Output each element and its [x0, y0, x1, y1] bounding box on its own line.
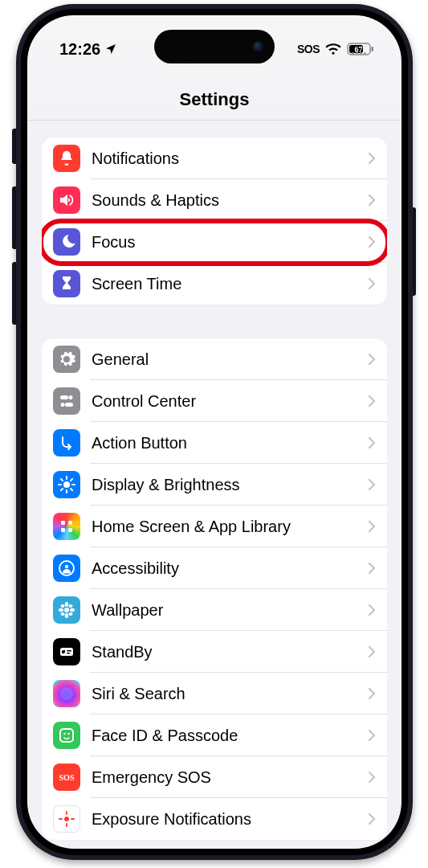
chevron-right-icon — [368, 520, 376, 533]
settings-row-label: Notifications — [92, 149, 368, 168]
settings-row-standby[interactable]: StandBy — [42, 631, 387, 673]
chevron-right-icon — [368, 813, 376, 825]
svg-rect-19 — [61, 528, 65, 532]
phone-frame: 12:26 SOS — [16, 4, 413, 860]
svg-point-22 — [65, 565, 68, 568]
sos-icon: SOS — [53, 764, 80, 791]
chevron-right-icon — [368, 729, 376, 742]
svg-point-28 — [61, 604, 65, 608]
svg-point-5 — [69, 395, 73, 399]
settings-row-siri[interactable]: Siri & Search — [42, 673, 387, 714]
svg-point-8 — [63, 481, 70, 488]
svg-rect-1 — [372, 47, 374, 51]
siri-icon — [53, 680, 80, 707]
settings-row-label: Siri & Search — [92, 685, 368, 703]
svg-point-27 — [70, 608, 75, 612]
status-time: 12:26 — [59, 40, 100, 59]
svg-point-39 — [67, 733, 69, 735]
svg-line-13 — [61, 479, 63, 481]
chevron-right-icon — [368, 478, 376, 491]
svg-line-15 — [61, 489, 63, 490]
svg-line-14 — [71, 489, 72, 490]
settings-row-label: Action Button — [92, 434, 368, 452]
settings-row-sounds[interactable]: Sounds & Haptics — [42, 179, 387, 221]
chevron-right-icon — [368, 562, 376, 575]
settings-row-label: StandBy — [92, 643, 368, 661]
svg-rect-6 — [65, 403, 73, 407]
svg-rect-17 — [61, 521, 65, 525]
status-bar: 12:26 SOS — [27, 33, 402, 65]
settings-row-focus[interactable]: Focus — [42, 221, 387, 263]
status-left: 12:26 — [59, 40, 117, 59]
settings-row-general[interactable]: General — [42, 338, 387, 380]
settings-row-label: Home Screen & App Library — [92, 518, 368, 536]
settings-row-label: Emergency SOS — [92, 768, 368, 787]
settings-row-screentime[interactable]: Screen Time — [42, 263, 387, 305]
page-title: Settings — [27, 89, 402, 110]
settings-row-display[interactable]: Display & Brightness — [42, 464, 387, 506]
speaker-icon — [53, 186, 80, 214]
svg-line-16 — [71, 479, 72, 481]
gear-icon — [53, 346, 80, 373]
svg-text:SOS: SOS — [59, 773, 75, 782]
section-notifications-group: NotificationsSounds & HapticsFocusScreen… — [42, 137, 387, 305]
chevron-right-icon — [368, 604, 376, 616]
settings-row-label: Screen Time — [92, 275, 368, 293]
settings-row-actionbutton[interactable]: Action Button — [42, 422, 387, 464]
status-sos: SOS — [297, 43, 320, 55]
hourglass-icon — [53, 270, 80, 297]
svg-point-7 — [61, 403, 65, 407]
sun-icon — [53, 471, 80, 498]
settings-row-label: Focus — [92, 233, 368, 252]
control-center-dots — [352, 52, 366, 55]
settings-row-wallpaper[interactable]: Wallpaper — [42, 589, 387, 631]
flower-icon — [53, 596, 80, 624]
settings-row-label: Control Center — [92, 392, 368, 411]
settings-row-label: Exposure Notifications — [92, 810, 368, 829]
exposure-icon — [53, 805, 80, 833]
face-icon — [53, 722, 80, 749]
settings-row-label: Face ID & Passcode — [92, 727, 368, 745]
person-icon — [53, 555, 80, 582]
settings-row-homescreen[interactable]: Home Screen & App Library — [42, 506, 387, 547]
stage: 12:26 SOS — [0, 0, 428, 868]
settings-row-label: General — [92, 350, 368, 369]
svg-point-31 — [69, 612, 73, 616]
svg-point-36 — [60, 687, 73, 700]
settings-row-label: Accessibility — [92, 559, 368, 578]
bell-icon — [53, 145, 80, 172]
svg-point-38 — [63, 733, 65, 735]
svg-point-26 — [59, 608, 63, 612]
settings-row-label: Wallpaper — [92, 601, 368, 620]
svg-point-41 — [64, 817, 69, 821]
settings-row-sos[interactable]: SOSEmergency SOS — [42, 756, 387, 798]
chevron-right-icon — [368, 277, 376, 290]
settings-row-notifications[interactable]: Notifications — [42, 137, 387, 179]
chevron-right-icon — [368, 436, 376, 449]
svg-point-23 — [64, 608, 69, 612]
chevron-right-icon — [368, 645, 376, 658]
svg-point-24 — [65, 602, 68, 607]
moon-icon — [53, 228, 80, 256]
chevron-right-icon — [368, 353, 376, 366]
action-icon — [53, 429, 80, 457]
chevron-right-icon — [368, 687, 376, 700]
settings-row-accessibility[interactable]: Accessibility — [42, 547, 387, 589]
chevron-right-icon — [368, 771, 376, 784]
svg-rect-18 — [68, 521, 72, 525]
settings-list: NotificationsSounds & HapticsFocusScreen… — [42, 137, 387, 849]
svg-point-30 — [61, 612, 65, 616]
svg-rect-35 — [67, 653, 70, 654]
location-icon — [104, 43, 117, 55]
chevron-right-icon — [368, 395, 376, 407]
settings-row-faceid[interactable]: Face ID & Passcode — [42, 714, 387, 756]
settings-row-controlcenter[interactable]: Control Center — [42, 380, 387, 422]
switches-icon — [53, 387, 80, 415]
grid-icon — [53, 513, 80, 540]
settings-row-exposure[interactable]: Exposure Notifications — [42, 798, 387, 840]
settings-row-label: Display & Brightness — [92, 476, 368, 494]
wifi-icon — [325, 43, 341, 55]
section-general-group: GeneralControl CenterAction ButtonDispla… — [42, 338, 387, 840]
svg-rect-34 — [67, 650, 71, 652]
settings-row-label: Sounds & Haptics — [92, 191, 368, 210]
